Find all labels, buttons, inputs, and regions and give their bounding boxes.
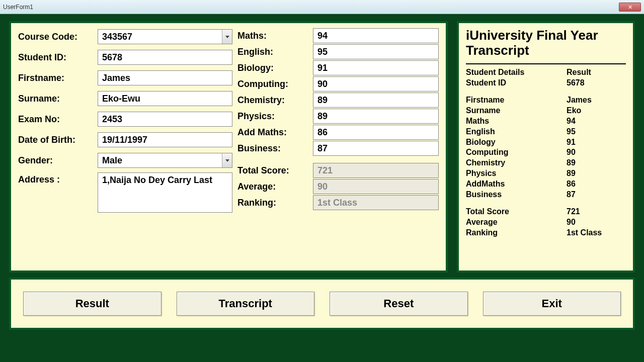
gender-label: Gender: bbox=[18, 155, 98, 166]
computing-label: Computing: bbox=[237, 79, 313, 89]
titlebar: UserForm1 ✕ bbox=[0, 0, 644, 14]
course-code-input[interactable] bbox=[98, 29, 232, 44]
student-id-input[interactable] bbox=[98, 50, 232, 65]
ranking-row: Ranking: bbox=[237, 195, 439, 210]
firstname-input[interactable] bbox=[98, 70, 232, 85]
average-output bbox=[313, 179, 439, 194]
chemistry-label: Chemistry: bbox=[237, 95, 313, 106]
course-code-label: Course Code: bbox=[18, 32, 98, 42]
transcript-header-left: Student Details bbox=[466, 67, 567, 78]
maths-input[interactable] bbox=[313, 28, 439, 43]
transcript-body: Student Details Result Student ID5678 Fi… bbox=[466, 63, 626, 238]
student-id-row: Student ID: bbox=[18, 49, 232, 66]
biology-input[interactable] bbox=[313, 60, 439, 75]
ranking-output bbox=[313, 195, 439, 210]
course-code-row: Course Code: bbox=[18, 28, 232, 45]
physics-input[interactable] bbox=[313, 109, 439, 124]
transcript-row: English95 bbox=[466, 127, 626, 137]
transcript-row: Computing90 bbox=[466, 147, 626, 158]
transcript-row: Average90 bbox=[466, 217, 626, 228]
dob-label: Date of Birth: bbox=[18, 135, 98, 145]
physics-row: Physics: bbox=[237, 109, 439, 124]
course-code-combo[interactable] bbox=[98, 29, 232, 44]
surname-label: Surname: bbox=[18, 94, 98, 104]
transcript-row: AddMaths86 bbox=[466, 179, 626, 190]
spacer bbox=[466, 200, 626, 207]
transcript-row: SurnameEko bbox=[466, 106, 626, 116]
average-label: Average: bbox=[237, 182, 313, 192]
gender-input[interactable] bbox=[98, 153, 232, 168]
dob-input[interactable] bbox=[98, 132, 232, 147]
transcript-row: FirstnameJames bbox=[466, 95, 626, 106]
exam-no-row: Exam No: bbox=[18, 111, 232, 128]
reset-button[interactable]: Reset bbox=[330, 292, 468, 316]
business-label: Business: bbox=[237, 143, 313, 154]
total-row: Total Score: bbox=[237, 163, 439, 178]
scores-column: Maths: English: Biology: Computing: Chem… bbox=[232, 28, 439, 265]
transcript-row: Maths94 bbox=[466, 116, 626, 127]
addmaths-label: Add Maths: bbox=[237, 127, 313, 138]
maths-row: Maths: bbox=[237, 28, 439, 43]
total-output bbox=[313, 163, 439, 178]
total-label: Total Score: bbox=[237, 165, 313, 176]
surname-input[interactable] bbox=[98, 91, 232, 106]
gender-row: Gender: bbox=[18, 152, 232, 169]
business-row: Business: bbox=[237, 141, 439, 156]
transcript-row: Total Score721 bbox=[466, 207, 626, 217]
chemistry-row: Chemistry: bbox=[237, 93, 439, 108]
details-column: Course Code: Student ID: Firstname: Surn… bbox=[18, 28, 232, 265]
address-row: Address : bbox=[18, 172, 232, 213]
average-row: Average: bbox=[237, 179, 439, 194]
english-input[interactable] bbox=[313, 44, 439, 59]
physics-label: Physics: bbox=[237, 111, 313, 122]
transcript-row: Physics89 bbox=[466, 168, 626, 179]
computing-input[interactable] bbox=[313, 76, 439, 92]
top-row: Course Code: Student ID: Firstname: Surn… bbox=[9, 21, 635, 273]
surname-row: Surname: bbox=[18, 90, 232, 107]
form-panel: Course Code: Student ID: Firstname: Surn… bbox=[9, 21, 448, 273]
transcript-button[interactable]: Transcript bbox=[177, 292, 315, 316]
addmaths-input[interactable] bbox=[313, 125, 439, 140]
firstname-label: Firstname: bbox=[18, 73, 98, 83]
ranking-label: Ranking: bbox=[237, 198, 313, 208]
addmaths-row: Add Maths: bbox=[237, 125, 439, 140]
button-panel: Result Transcript Reset Exit bbox=[9, 278, 635, 330]
transcript-row: Chemistry89 bbox=[466, 158, 626, 168]
transcript-header-right: Result bbox=[567, 67, 626, 78]
address-input[interactable] bbox=[98, 172, 232, 213]
biology-row: Biology: bbox=[237, 60, 439, 75]
dob-row: Date of Birth: bbox=[18, 131, 232, 148]
transcript-header: Student Details Result bbox=[466, 67, 626, 78]
business-input[interactable] bbox=[313, 141, 439, 156]
firstname-row: Firstname: bbox=[18, 69, 232, 86]
close-button[interactable]: ✕ bbox=[619, 3, 641, 12]
address-label: Address : bbox=[18, 172, 98, 185]
transcript-title: iUniversity Final Year Transcript bbox=[466, 28, 626, 58]
exam-no-input[interactable] bbox=[98, 112, 232, 127]
transcript-row: Business87 bbox=[466, 190, 626, 200]
transcript-row: Ranking1st Class bbox=[466, 228, 626, 238]
english-row: English: bbox=[237, 44, 439, 59]
client-area: Course Code: Student ID: Firstname: Surn… bbox=[0, 14, 644, 362]
student-id-label: Student ID: bbox=[18, 52, 98, 63]
spacer bbox=[466, 88, 626, 95]
window-title: UserForm1 bbox=[3, 4, 33, 11]
exit-button[interactable]: Exit bbox=[483, 292, 621, 316]
transcript-panel: iUniversity Final Year Transcript Studen… bbox=[457, 21, 635, 273]
english-label: English: bbox=[237, 47, 313, 57]
chevron-down-icon[interactable] bbox=[222, 153, 232, 167]
exam-no-label: Exam No: bbox=[18, 114, 98, 125]
gender-combo[interactable] bbox=[98, 153, 232, 168]
chemistry-input[interactable] bbox=[313, 93, 439, 108]
maths-label: Maths: bbox=[237, 31, 313, 41]
computing-row: Computing: bbox=[237, 76, 439, 92]
transcript-row: Student ID5678 bbox=[466, 78, 626, 88]
spacer bbox=[237, 157, 439, 163]
result-button[interactable]: Result bbox=[23, 292, 162, 316]
chevron-down-icon[interactable] bbox=[222, 30, 232, 44]
transcript-row: Biology91 bbox=[466, 137, 626, 148]
biology-label: Biology: bbox=[237, 63, 313, 73]
